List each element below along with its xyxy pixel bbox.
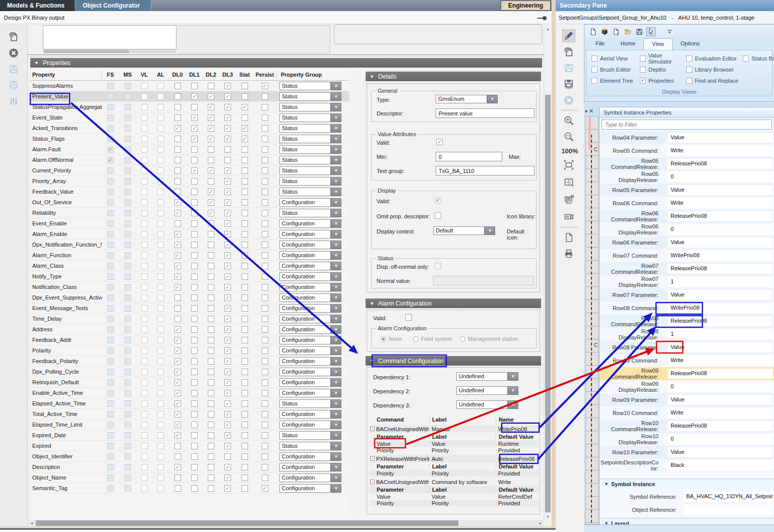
property-group-dropdown[interactable]: Status [279, 431, 331, 440]
checkbox-dl1[interactable] [191, 146, 198, 153]
checkbox-al[interactable] [157, 316, 164, 322]
checkbox[interactable] [640, 55, 646, 62]
chevron-down-icon[interactable]: ▼ [331, 293, 341, 302]
checkbox-dl2[interactable]: ✓ [208, 104, 214, 110]
checkbox-stat[interactable] [242, 178, 248, 185]
checkbox-dl1[interactable] [191, 390, 198, 396]
property-value[interactable]: 1 [668, 329, 773, 339]
table-row[interactable]: Alarm.Fault✓Status▼ [30, 144, 349, 155]
checkbox-dl0[interactable] [174, 485, 181, 492]
table-row[interactable]: Elapsed_Time_Limit✓✓Configuration▼ [30, 420, 349, 430]
checkbox-stat[interactable] [242, 358, 248, 365]
checkbox-stat[interactable] [242, 252, 248, 259]
checkbox-dl3[interactable]: ✓ [224, 305, 231, 312]
property-group-dropdown[interactable]: Status [279, 177, 331, 186]
property-value[interactable]: ReleasePrio08 [668, 264, 773, 274]
checkbox-vl[interactable] [141, 167, 148, 174]
checkbox-dl1[interactable] [191, 379, 198, 386]
chevron-down-icon[interactable]: ▼ [331, 103, 341, 111]
chevron-down-icon[interactable]: ▼ [331, 346, 341, 355]
property-row[interactable]: Row04 Parameter:Value [600, 131, 774, 144]
checkbox-dl0[interactable]: ✓ [174, 199, 181, 206]
checkbox-dl0[interactable] [174, 453, 181, 460]
checkbox-dl3[interactable]: ✓ [224, 136, 231, 142]
checkbox-al[interactable] [157, 464, 164, 470]
checkbox-persist[interactable] [262, 231, 268, 238]
checkbox-stat[interactable] [242, 146, 248, 153]
checkbox-persist[interactable] [262, 475, 268, 481]
checkbox-dl1[interactable] [191, 263, 198, 269]
property-row[interactable]: Row10 DisplayRelease:0 [600, 433, 774, 446]
ribbon-toggle-aerial-view[interactable]: Aerial View [591, 54, 640, 63]
omit-descriptor-checkbox[interactable] [435, 212, 441, 219]
checkbox-persist[interactable] [262, 305, 268, 312]
new-document-icon[interactable] [588, 27, 598, 36]
property-value[interactable]: Value [668, 342, 773, 352]
property-group-dropdown[interactable]: Status [279, 209, 331, 217]
checkbox-dl1[interactable] [191, 157, 198, 163]
checkbox[interactable] [743, 55, 749, 62]
property-group-dropdown[interactable]: Configuration [279, 219, 331, 228]
property-group-dropdown[interactable]: Status [279, 166, 331, 175]
ribbon-toggle-element-tree[interactable]: Element Tree [591, 77, 640, 85]
checkbox-dl2[interactable] [208, 231, 214, 238]
ribbon-tab-options[interactable]: Options [673, 38, 708, 50]
checkbox-vl[interactable] [141, 305, 148, 312]
chevron-down-icon[interactable]: ▼ [331, 177, 341, 186]
property-row[interactable]: Row10 Command:Write [600, 406, 774, 420]
checkbox-stat[interactable] [242, 337, 248, 343]
ribbon-toggle-brush-editor[interactable]: Brush Editor [591, 66, 640, 74]
checkbox-dl1[interactable] [191, 411, 198, 418]
align-panel-icon[interactable] [562, 175, 575, 189]
property-value[interactable]: Value [668, 290, 773, 300]
checkbox-al[interactable] [157, 411, 164, 418]
checkbox-dl3[interactable]: ✓ [224, 220, 231, 227]
checkbox-persist[interactable] [262, 146, 268, 153]
property-row[interactable]: SetpointsDescriptionColor:Black [600, 459, 774, 472]
checkbox-vl[interactable] [141, 475, 148, 481]
drawing-canvas-edge[interactable]: C C [585, 116, 599, 524]
checkbox-dl3[interactable]: ✓ [224, 284, 231, 290]
command-row[interactable]: −PXReleaseWithPriorityAutoReleasePrio08 [370, 455, 538, 462]
property-value[interactable]: Black [668, 460, 773, 470]
checkbox-vl[interactable] [141, 316, 148, 322]
checkbox-persist[interactable] [262, 369, 268, 375]
property-row[interactable]: Row09 Command:Write [600, 354, 774, 367]
ribbon-tab-home[interactable]: Home [613, 38, 643, 50]
table-row[interactable]: Time_Delay✓Configuration▼ [30, 314, 349, 324]
checkbox-stat[interactable] [242, 369, 248, 375]
checkbox-al[interactable] [157, 475, 164, 481]
table-row[interactable]: Alarm.OffNormal✓Status▼ [30, 155, 349, 165]
checkbox-dl0[interactable]: ✓ [174, 263, 181, 269]
export-document-icon[interactable] [612, 27, 621, 36]
checkbox-persist[interactable] [262, 453, 268, 460]
checkbox-dl3[interactable]: ✓ [224, 210, 231, 216]
checkbox-al[interactable] [157, 104, 164, 110]
engineering-mode-button[interactable]: Engineering [501, 1, 551, 11]
checkbox-vl[interactable] [141, 464, 148, 470]
chevron-down-icon[interactable]: ▼ [331, 389, 341, 397]
checkbox-stat[interactable] [242, 400, 248, 407]
checkbox-persist[interactable] [262, 199, 268, 206]
checkbox-dl1[interactable] [191, 347, 198, 354]
checkbox-dl0[interactable]: ✓ [174, 411, 181, 418]
checkbox-vl[interactable] [141, 284, 148, 290]
checkbox-persist[interactable] [262, 273, 268, 280]
checkbox-dl0[interactable]: ✓ [174, 390, 181, 396]
checkbox-stat[interactable] [242, 189, 248, 195]
checkbox-vl[interactable] [141, 242, 148, 248]
table-row[interactable]: Feedback_Value✓✓Status▼ [30, 187, 349, 197]
checkbox-persist[interactable] [262, 443, 268, 449]
checkbox-stat[interactable] [242, 294, 248, 301]
checkbox-dl3[interactable]: ✓ [224, 83, 231, 89]
checkbox-dl1[interactable]: ✓ [191, 136, 198, 142]
checkbox-vl[interactable] [141, 453, 148, 460]
checkbox-dl2[interactable] [208, 273, 214, 280]
property-group-dropdown[interactable]: Configuration [279, 198, 331, 207]
checkbox-persist[interactable] [262, 390, 268, 396]
table-row[interactable]: Alarm_Enable✓✓Configuration▼ [30, 229, 349, 240]
checkbox-dl3[interactable]: ✓ [224, 358, 231, 365]
property-value[interactable]: 0 [668, 172, 773, 182]
property-group-dropdown[interactable]: Configuration [279, 230, 331, 239]
property-group-dropdown[interactable]: Status [279, 124, 331, 133]
